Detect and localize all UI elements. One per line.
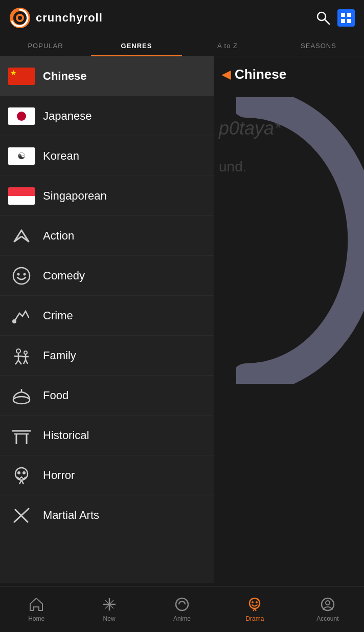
- martial-arts-icon: [8, 506, 35, 525]
- svg-rect-8: [341, 19, 345, 23]
- chevron-left-icon: ◀: [222, 68, 231, 81]
- svg-line-21: [15, 360, 18, 364]
- svg-point-16: [24, 273, 26, 275]
- svg-point-3: [18, 16, 22, 20]
- svg-point-34: [15, 468, 28, 480]
- header: crunchyroll: [0, 0, 364, 36]
- svg-point-18: [16, 349, 20, 353]
- genre-label-martial-arts: Martial Arts: [43, 509, 99, 522]
- genre-item-korean[interactable]: Korean: [0, 136, 214, 176]
- family-icon: [8, 346, 35, 365]
- genre-label-japanese: Japanese: [43, 110, 92, 123]
- svg-point-52: [326, 601, 330, 605]
- genre-label-crime: Crime: [43, 309, 73, 322]
- genre-label-singaporean: Singaporean: [43, 189, 107, 203]
- grid-icon[interactable]: [337, 9, 355, 27]
- selected-genre-text: Chinese: [235, 67, 286, 82]
- genre-item-singaporean[interactable]: Singaporean: [0, 176, 214, 216]
- bottom-nav-home[interactable]: Home: [0, 586, 73, 632]
- drama-label: Drama: [245, 615, 264, 622]
- new-label: New: [103, 615, 116, 622]
- genre-list: Chinese Japanese Korean Singaporean: [0, 56, 214, 583]
- genre-label-action: Action: [43, 229, 74, 243]
- svg-point-35: [17, 471, 20, 474]
- drama-icon: [247, 597, 262, 612]
- genre-item-comedy[interactable]: Comedy: [0, 256, 214, 296]
- nav-tabs: POPULAR GENRES A to Z SEASONS: [0, 36, 364, 56]
- genre-item-food[interactable]: Food: [0, 376, 214, 416]
- tab-popular[interactable]: POPULAR: [0, 36, 91, 56]
- search-icon[interactable]: [315, 10, 331, 26]
- home-icon: [29, 597, 44, 612]
- singapore-flag-icon: [8, 186, 35, 206]
- svg-line-38: [21, 480, 24, 484]
- loading-spinner: [236, 97, 364, 384]
- chinese-flag-icon: [8, 67, 35, 86]
- svg-point-36: [22, 471, 26, 474]
- historical-icon: [8, 426, 35, 445]
- svg-point-15: [17, 273, 20, 275]
- account-icon: [320, 597, 335, 612]
- svg-rect-6: [341, 13, 345, 17]
- genre-label-historical: Historical: [43, 429, 89, 442]
- horror-icon: [8, 466, 35, 485]
- genre-item-historical[interactable]: Historical: [0, 416, 214, 455]
- bottom-nav-account[interactable]: Account: [291, 586, 364, 632]
- food-icon: [8, 386, 35, 405]
- genre-item-crime[interactable]: Crime: [0, 296, 214, 336]
- bottom-nav-drama[interactable]: Drama: [218, 586, 291, 632]
- genre-item-horror[interactable]: Horror: [0, 455, 214, 495]
- svg-line-22: [18, 360, 21, 364]
- genre-label-food: Food: [43, 389, 69, 402]
- svg-point-17: [12, 319, 16, 323]
- korean-flag-icon: [8, 146, 35, 166]
- genre-item-japanese[interactable]: Japanese: [0, 96, 214, 136]
- tab-genres[interactable]: GENRES: [91, 36, 182, 56]
- genre-label-horror: Horror: [43, 469, 75, 482]
- svg-rect-9: [347, 19, 351, 23]
- comedy-icon: [8, 266, 35, 286]
- genre-label-family: Family: [43, 349, 76, 362]
- genre-item-martial-arts[interactable]: Martial Arts: [0, 495, 214, 535]
- anime-label: Anime: [173, 615, 191, 622]
- genre-label-comedy: Comedy: [43, 269, 85, 282]
- svg-point-23: [24, 351, 27, 354]
- tab-atoz[interactable]: A to Z: [182, 36, 273, 56]
- crunchyroll-logo-icon: [9, 7, 31, 29]
- header-icons: [315, 9, 355, 27]
- anime-icon: [174, 597, 190, 612]
- genre-item-chinese[interactable]: Chinese: [0, 56, 214, 96]
- genre-item-action[interactable]: Action: [0, 216, 214, 256]
- svg-point-14: [13, 268, 30, 284]
- bottom-nav-new[interactable]: New: [73, 586, 145, 632]
- right-panel: ◀ Chinese p0taya* und.: [214, 56, 364, 583]
- main-content: Chinese Japanese Korean Singaporean: [0, 56, 364, 583]
- svg-point-48: [256, 601, 258, 603]
- svg-line-5: [325, 19, 329, 24]
- action-icon: [8, 226, 35, 246]
- svg-point-47: [252, 601, 254, 603]
- new-icon: [102, 597, 117, 612]
- crime-icon: [8, 306, 35, 325]
- svg-line-27: [26, 360, 28, 364]
- selected-genre-label: ◀ Chinese: [222, 67, 356, 82]
- bottom-nav-anime[interactable]: Anime: [146, 586, 218, 632]
- genre-item-family[interactable]: Family: [0, 336, 214, 376]
- home-label: Home: [28, 615, 44, 622]
- tab-seasons[interactable]: SEASONS: [273, 36, 364, 56]
- logo-area: crunchyroll: [9, 7, 103, 29]
- svg-point-28: [13, 397, 30, 404]
- genre-label-chinese: Chinese: [43, 70, 87, 83]
- svg-point-46: [249, 598, 260, 608]
- account-label: Account: [316, 615, 338, 622]
- svg-point-45: [176, 598, 188, 611]
- bottom-nav: Home New Anime Drama: [0, 586, 364, 632]
- japanese-flag-icon: [8, 106, 35, 126]
- genre-label-korean: Korean: [43, 149, 79, 163]
- logo-text: crunchyroll: [36, 11, 103, 25]
- svg-rect-7: [347, 13, 351, 17]
